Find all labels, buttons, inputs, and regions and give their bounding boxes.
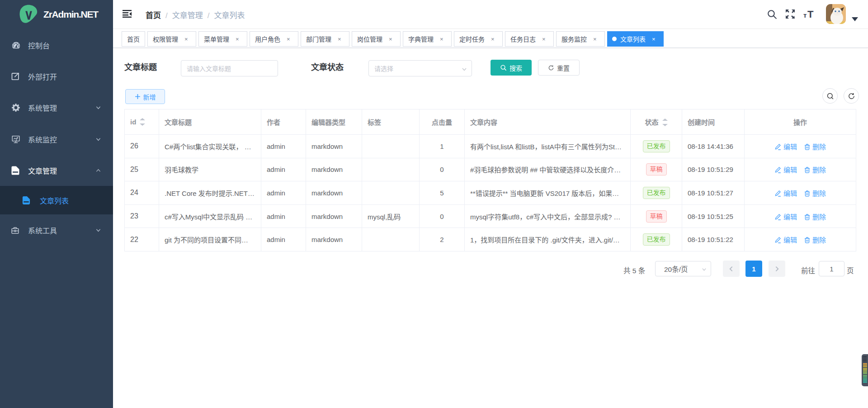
svg-text:T: T [807,9,814,20]
svg-text:т: т [803,11,807,19]
